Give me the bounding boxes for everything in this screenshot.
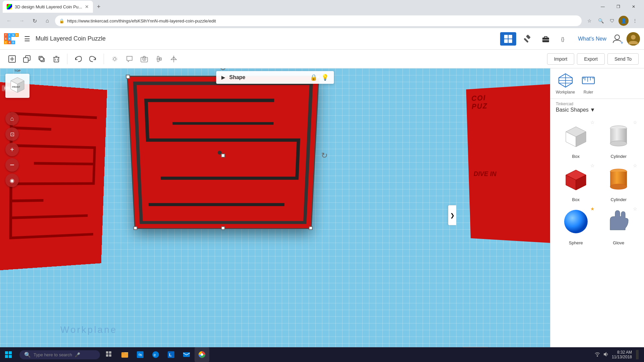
- shapes-dropdown[interactable]: Basic Shapes ▼: [556, 107, 595, 113]
- grid-view-btn[interactable]: [500, 32, 516, 46]
- shape-lock-btn[interactable]: 🔒: [310, 74, 317, 81]
- send-to-btn[interactable]: Send To: [607, 53, 639, 65]
- user-avatar[interactable]: [627, 32, 640, 46]
- close-tab-btn[interactable]: ✕: [85, 4, 89, 9]
- svg-rect-70: [106, 351, 108, 354]
- chrome-btn[interactable]: [195, 347, 209, 362]
- star-sphere-blue[interactable]: ★: [590, 206, 595, 212]
- shape-box-gray[interactable]: ☆ Box: [556, 118, 596, 159]
- selection-center-handle[interactable]: [221, 154, 225, 157]
- code-blocks-btn[interactable]: [538, 32, 554, 46]
- active-tab[interactable]: 3D design Multi Layered Coin Pu... ✕: [3, 1, 93, 13]
- right-piece[interactable]: COI PUZ DIVE IN: [466, 84, 550, 243]
- extension-1-btn[interactable]: 🔍: [596, 16, 606, 26]
- box-red-3d: [559, 162, 593, 195]
- import-btn[interactable]: Import: [547, 53, 575, 65]
- task-view-btn[interactable]: [103, 351, 115, 359]
- align-tool[interactable]: [152, 52, 166, 66]
- svg-rect-0: [504, 35, 508, 39]
- browser-chrome: 3D design Multi Layered Coin Pu... ✕ + —…: [0, 0, 644, 28]
- svg-rect-21: [40, 57, 43, 61]
- zoom-out-btn[interactable]: −: [5, 158, 19, 172]
- minimize-btn[interactable]: —: [595, 1, 610, 12]
- forward-btn[interactable]: →: [17, 16, 27, 26]
- json-tool-btn[interactable]: {}: [556, 32, 573, 46]
- redo-tool[interactable]: [86, 52, 100, 66]
- shape-panel-toggle[interactable]: ▶: [221, 75, 225, 80]
- system-tray: 8:32 AM 11/13/2018: [590, 347, 644, 362]
- duplicate-tool[interactable]: [35, 52, 48, 66]
- ruler-tool[interactable]: Ruler: [580, 72, 596, 95]
- view-controls: ⌂ ⊡ + − ◉: [5, 112, 19, 187]
- star-cylinder-gray[interactable]: ☆: [633, 120, 637, 125]
- delete-tool[interactable]: [50, 52, 63, 66]
- star-cylinder-orange[interactable]: ☆: [633, 163, 637, 168]
- taskbar-search[interactable]: 🔍 Type here to search 🎤: [19, 350, 100, 359]
- shape-glove[interactable]: ☆ Glove: [599, 205, 639, 245]
- sel-handle-bl[interactable]: [133, 226, 138, 230]
- volume-btn[interactable]: [603, 351, 609, 358]
- center-piece[interactable]: ↺ ↻: [131, 75, 315, 236]
- teams-btn[interactable]: L: [164, 347, 178, 362]
- mail-btn[interactable]: [179, 347, 194, 362]
- address-input[interactable]: [55, 15, 582, 26]
- perspective-btn[interactable]: ◉: [5, 174, 19, 187]
- chat-tool[interactable]: [123, 52, 136, 66]
- panel-collapse-btn[interactable]: ❯: [448, 205, 456, 225]
- sphere-blue-3d: [559, 205, 593, 238]
- reload-btn[interactable]: ↻: [30, 16, 40, 26]
- svg-point-27: [113, 58, 116, 60]
- star-box-red[interactable]: ☆: [590, 163, 595, 168]
- maze-line: [9, 214, 88, 219]
- logo-cell-c: C: [4, 41, 8, 44]
- rotate-handle-right[interactable]: ↻: [321, 151, 328, 160]
- svg-text:🛍: 🛍: [138, 353, 142, 357]
- star-box-gray[interactable]: ☆: [590, 120, 595, 125]
- new-tab-button[interactable]: +: [94, 3, 103, 10]
- build-tool-btn[interactable]: [519, 32, 535, 46]
- start-btn[interactable]: [0, 347, 17, 362]
- whats-new-btn[interactable]: What's New: [575, 35, 609, 43]
- zoom-in-btn[interactable]: +: [5, 143, 19, 156]
- fit-view-btn[interactable]: ⊡: [5, 127, 19, 141]
- hamburger-menu-btn[interactable]: ☰: [23, 34, 32, 44]
- add-shape-tool[interactable]: [5, 52, 19, 66]
- viewport[interactable]: FRONT: [0, 68, 550, 362]
- menu-btn[interactable]: ⋮: [630, 16, 640, 26]
- profile-avatar[interactable]: 👤: [619, 16, 629, 26]
- sel-handle-br[interactable]: [309, 226, 313, 230]
- maze-slot-1: [144, 99, 274, 102]
- star-glove[interactable]: ☆: [633, 206, 637, 212]
- edge-btn[interactable]: e: [148, 347, 163, 362]
- workplane-tool[interactable]: Workplane: [556, 72, 575, 95]
- network-btn[interactable]: [594, 351, 600, 358]
- undo-tool[interactable]: [71, 52, 85, 66]
- export-btn[interactable]: Export: [577, 53, 604, 65]
- sel-handle-bm[interactable]: [221, 226, 225, 230]
- add-user-btn[interactable]: +: [612, 33, 624, 45]
- file-explorer-btn[interactable]: [117, 347, 132, 362]
- shape-box-red[interactable]: ☆ Box: [556, 162, 596, 202]
- light-tool[interactable]: [108, 52, 121, 66]
- shape-light-btn[interactable]: 💡: [321, 74, 329, 81]
- maximize-btn[interactable]: ❐: [610, 1, 626, 12]
- copy-tool[interactable]: [20, 52, 34, 66]
- microphone-icon[interactable]: 🎤: [75, 352, 80, 357]
- back-btn[interactable]: ←: [4, 16, 14, 26]
- extension-2-btn[interactable]: 🛡: [607, 16, 617, 26]
- home-btn[interactable]: ⌂: [42, 16, 52, 26]
- mirror-tool[interactable]: [167, 52, 180, 66]
- shape-cylinder-orange[interactable]: ☆ Cylinder: [599, 162, 639, 202]
- cylinder-gray-3d: [602, 118, 635, 152]
- home-view-btn[interactable]: ⌂: [5, 112, 19, 125]
- close-window-btn[interactable]: ✕: [626, 1, 641, 12]
- shape-sphere-blue[interactable]: ★ Sphere: [556, 205, 596, 245]
- shape-cylinder-gray[interactable]: ☆ Cylinder: [599, 118, 639, 159]
- store-btn[interactable]: 🛍: [133, 347, 148, 362]
- sel-handle-tl[interactable]: [126, 75, 130, 79]
- camera-tool[interactable]: [138, 52, 151, 66]
- toolbar-actions: Import Export Send To: [547, 53, 639, 65]
- bookmark-btn[interactable]: ☆: [584, 16, 594, 26]
- notifications-btn[interactable]: [635, 347, 640, 362]
- view-cube[interactable]: FRONT TOP: [5, 74, 30, 98]
